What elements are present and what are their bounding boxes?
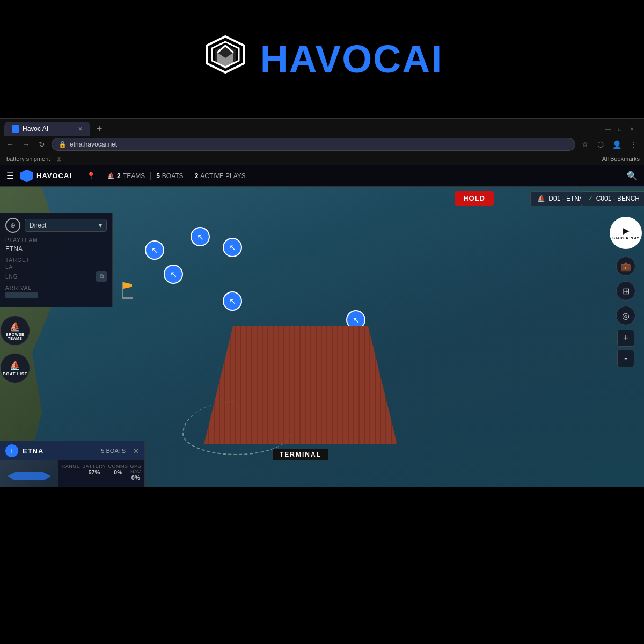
branding-area: HAVOCAI <box>0 0 644 118</box>
zoom-in-button[interactable]: + <box>617 330 634 347</box>
panel-mode-row: ⊕ Direct ▾ <box>5 218 107 233</box>
briefcase-icon: 💼 <box>620 261 631 272</box>
browse-teams-button[interactable]: ⛵ BROWSE TEAMS <box>0 316 30 346</box>
team-icon: T <box>5 444 18 457</box>
address-bar[interactable]: 🔒 etna.havocai.net <box>52 138 575 151</box>
browser-addressbar: ← → ↻ 🔒 etna.havocai.net ☆ ⬡ 👤 ⋮ <box>0 136 644 153</box>
search-icon[interactable]: 🔍 <box>627 171 638 181</box>
playteam-value: ETNA <box>5 244 107 254</box>
nav-stat-plays: 2 ACTIVE PLAYS <box>189 172 251 180</box>
profile-button[interactable]: 👤 <box>610 139 624 150</box>
bookmark-button[interactable]: ☆ <box>580 139 591 150</box>
close-window-button[interactable]: ✕ <box>628 125 635 133</box>
flag-flag <box>123 282 132 289</box>
browse-teams-icon: ⛵ <box>10 321 21 332</box>
boat-list-label: BOAT LIST <box>3 371 27 376</box>
start-play-button[interactable]: ▶ START A PLAY <box>610 217 642 249</box>
browser-tabs-bar: Havoc AI ✕ + — □ ✕ <box>0 119 644 136</box>
logo-container: HAVOCAI <box>201 34 443 84</box>
bookmarks-bar: battery shipment ⊞ All Bookmarks <box>0 153 644 165</box>
team-boat-image <box>0 460 58 487</box>
nav-stat-boats-count: 5 BOATS <box>151 172 189 180</box>
tab-title: Havoc AI <box>23 125 48 133</box>
zoom-out-button[interactable]: - <box>617 350 634 367</box>
boats-label: BOATS <box>162 172 184 180</box>
briefcase-button[interactable]: 💼 <box>616 257 635 276</box>
boats-count: 5 <box>156 172 160 180</box>
app-logo-text: HAVOCAI <box>36 172 72 180</box>
gps-nav-value: 0% <box>130 474 141 481</box>
mode-select[interactable]: Direct ▾ <box>25 219 107 232</box>
boat-icon-3[interactable] <box>223 238 242 257</box>
extensions-button[interactable]: ⬡ <box>595 139 606 150</box>
boat-icon-2[interactable] <box>191 227 210 246</box>
browser-tab-active[interactable]: Havoc AI ✕ <box>4 122 90 136</box>
nav-stat-boats: ⛵ 2 TEAMS <box>102 172 151 180</box>
check-icon: ✓ <box>588 195 593 202</box>
target-field: TARGET LAT LNG ⧉ <box>5 257 107 282</box>
nav-separator-1: | <box>78 172 80 180</box>
refresh-button[interactable]: ↻ <box>36 139 47 150</box>
new-tab-button[interactable]: + <box>92 123 107 135</box>
back-button[interactable]: ← <box>4 139 16 150</box>
stat-gps-nav: GPS NAV 0% <box>130 464 141 484</box>
start-play-label: START A PLAY <box>612 236 639 240</box>
target-label: TARGET <box>5 257 107 263</box>
arrival-value-bar <box>5 292 38 298</box>
start-play-icon: ▶ <box>623 226 629 235</box>
window-controls: — □ ✕ <box>604 125 640 133</box>
flag-base <box>122 297 133 299</box>
playteam-label: PLAYTEAM <box>5 237 107 243</box>
target-button[interactable]: ◎ <box>616 306 635 325</box>
hold-button[interactable]: HOLD <box>455 191 494 206</box>
app-logo-icon <box>20 170 33 182</box>
dropdown-chevron-icon: ▾ <box>99 222 102 229</box>
c001-label: C001 - BENCH <box>596 195 640 202</box>
boat-list-icon: ⛵ <box>10 360 21 370</box>
maximize-button[interactable]: □ <box>616 125 624 133</box>
nav-right: 🔍 <box>627 171 638 181</box>
hamburger-menu-icon[interactable]: ☰ <box>6 171 14 181</box>
bookmark-battery-shipment[interactable]: battery shipment <box>4 155 52 163</box>
minimize-button[interactable]: — <box>604 125 612 133</box>
tab-favicon <box>12 125 19 133</box>
all-bookmarks[interactable]: All Bookmarks <box>602 156 640 162</box>
tab-close-button[interactable]: ✕ <box>78 126 83 133</box>
layers-icon: ⊞ <box>623 286 630 296</box>
teams-label: TEAMS <box>123 172 145 180</box>
app-navbar: ☰ HAVOCAI | 📍 ⛵ 2 TEAMS 5 BOATS 2 ACTIVE… <box>0 165 644 187</box>
plays-label: ACTIVE PLAYS <box>200 172 245 180</box>
boat-icon-5[interactable] <box>223 291 242 311</box>
left-panel: ⊕ Direct ▾ PLAYTEAM ETNA TARGET LAT LNG <box>0 213 113 307</box>
comms-label: COMMS <box>108 464 128 469</box>
layers-button[interactable]: ⊞ <box>616 281 635 301</box>
c001-bench-button[interactable]: ✓ C001 - BENCH <box>581 191 644 206</box>
right-buttons-panel: ▶ START A PLAY 💼 ⊞ ◎ + - <box>608 213 644 368</box>
mode-value: Direct <box>30 222 46 229</box>
team-panel: T ETNA 5 BOATS ✕ RANGE BATTERY 57% <box>0 441 145 487</box>
boat-icon-4[interactable] <box>164 265 183 284</box>
stat-battery: BATTERY 57% <box>82 464 106 484</box>
team-panel-close-button[interactable]: ✕ <box>133 447 139 455</box>
battery-value: 57% <box>82 469 106 475</box>
stat-range: RANGE <box>62 464 80 484</box>
target-icon: ◎ <box>622 311 630 321</box>
team-content: RANGE BATTERY 57% COMMS 0% GPS NAV 0% <box>0 460 144 487</box>
copy-coordinates-button[interactable]: ⧉ <box>96 271 107 282</box>
forward-button[interactable]: → <box>20 139 32 150</box>
battery-label: BATTERY <box>82 464 106 469</box>
teams-count: 2 <box>117 172 121 180</box>
terminal-label: TERMINAL <box>273 449 328 460</box>
lat-row: LAT <box>5 264 107 270</box>
url-text: etna.havocai.net <box>70 141 117 148</box>
menu-button[interactable]: ⋮ <box>628 139 640 150</box>
boat-list-button[interactable]: ⛵ BOAT LIST <box>0 353 30 383</box>
lng-row: LNG ⧉ <box>5 271 107 282</box>
map-area[interactable]: TERMINAL HOLD ⛵ D01 - ETNA ✓ C001 - BENC… <box>0 187 644 487</box>
havocai-logo-icon <box>201 34 250 84</box>
boat-icon-1[interactable] <box>145 240 164 260</box>
lat-label: LAT <box>5 264 17 270</box>
lng-label: LNG <box>5 274 18 280</box>
stat-comms: COMMS 0% <box>108 464 128 484</box>
arrival-label: ARRIVAL <box>5 285 107 291</box>
